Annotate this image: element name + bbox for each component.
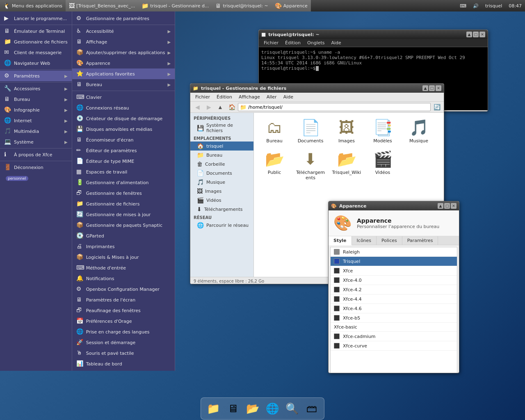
fm-menu-fichier[interactable]: Fichier [192,94,213,100]
fm-refresh-btn[interactable]: 🔄 [431,103,442,112]
menu-infographie[interactable]: 🎨 Infographie ▶ [0,105,72,115]
menu-gest-fichiers[interactable]: 📁 Gestionnaire de fichiers [72,199,175,209]
file-item-musique[interactable]: 🎵Musique [402,117,435,145]
fm-menu-aller[interactable]: Aller [263,94,280,100]
menu-notifications[interactable]: 🔔 Notifications [72,273,175,284]
menu-multimedia[interactable]: 🎵 Multimédia ▶ [0,126,72,137]
dock-terminal[interactable]: 🖥 [224,399,242,418]
menu-imprimantes[interactable]: 🖨 Imprimantes [72,241,175,252]
terminal-minimize-btn[interactable]: ▲ [466,32,472,37]
menu-editeur-param[interactable]: ✏ Éditeur de paramètres [72,145,175,156]
sidebar-corbeille[interactable]: 🗑 Corbeille [190,160,253,169]
terminal-menu-fichier[interactable]: Fichier [260,39,282,46]
sidebar-systeme-fichiers[interactable]: 💾 Système de fichiers [190,121,253,135]
terminal-maximize-btn[interactable]: □ [473,32,479,37]
sidebar-telechargements[interactable]: ⬇ Téléchargements [190,205,253,214]
menu-terminal[interactable]: 🖥 Émulateur de Terminal [0,26,72,37]
file-item-images[interactable]: 🖼Images [330,117,363,145]
theme-item-xfce[interactable]: Xfce [331,266,457,276]
menu-internet[interactable]: 🌐 Internet ▶ [0,115,72,126]
menu-bureau-settings[interactable]: 🖥 Bureau ▶ [72,79,175,90]
menu-tableau-bord[interactable]: 📊 Tableau de bord [72,358,175,369]
file-item-trisquel_wiki[interactable]: 📂Trisquel_Wiki [330,148,363,182]
theme-item-xfce-cadmium[interactable]: Xfce-cadmium [331,332,457,341]
filemanager-minimize-btn[interactable]: ▲ [422,85,428,91]
file-item-vidéos[interactable]: 🎬Vidéos [366,148,399,182]
fm-home-btn[interactable]: 🏠 [226,103,237,112]
file-item-téléchargements[interactable]: ⬇Téléchargements [294,148,327,182]
theme-item-xfce-4-6[interactable]: Xfce-4.6 [331,304,457,313]
menu-peaufinage[interactable]: 🗗 Peaufinage des fenêtres [72,305,175,316]
menu-gest-fenetres[interactable]: 🗗 Gestionnaire de fenêtres [72,188,175,199]
menu-clavier[interactable]: ⌨ Clavier [72,92,175,103]
taskbar-item-2[interactable]: 🖥 trisquel@trisquel: ~ [212,0,271,11]
menu-about[interactable]: ℹ À propos de Xfce [0,149,72,160]
fm-menu-edition[interactable]: Édition [213,94,235,100]
menu-gest-mises-a-jour[interactable]: 🔄 Gestionnaire de mises à jour [72,209,175,220]
theme-item-xfce-basic[interactable]: Xfce-basic [331,323,457,332]
menu-logiciels[interactable]: 📦 Logiciels & Mises à jour [72,252,175,262]
dock-archive[interactable]: 🗃 [303,399,321,418]
menu-souris[interactable]: 🖱 Souris et pavé tactile [72,348,175,358]
dock-filemanager[interactable]: 📁 [204,399,222,418]
appearance-minimize-btn[interactable]: ▲ [438,203,443,209]
menu-ajouter-supprimer[interactable]: 📦 Ajouter/supprimer des applications ▶ [72,47,175,58]
theme-item-xfce-4-0[interactable]: Xfce-4.0 [331,276,457,285]
filemanager-close-btn[interactable]: ✕ [436,85,441,91]
file-item-modèles[interactable]: 📑Modèles [366,117,399,145]
menu-deconnexion[interactable]: 🚪 Déconnexion [0,162,72,173]
tab-polices[interactable]: Polices [377,236,402,245]
terminal-menu-aide[interactable]: Aide [328,39,345,46]
menu-synaptic[interactable]: 📦 Gestionnaire de paquets Synaptic [72,220,175,231]
menu-openbox[interactable]: ⚙ Openbox Configuration Manager [72,284,175,294]
tab-icones[interactable]: Icônes [352,236,377,245]
menu-filemanager[interactable]: 📁 Gestionnaire de fichiers [0,37,72,47]
terminal-close-btn[interactable]: ✕ [479,32,485,37]
menu-accessoires[interactable]: 🔧 Accessoires ▶ [0,83,72,94]
appearance-maximize-btn[interactable]: □ [444,203,450,209]
theme-item-xfce-b5[interactable]: Xfce-b5 [331,313,457,323]
tab-parametres[interactable]: Paramètres [402,236,438,245]
sidebar-trisquel[interactable]: 🏠 trisquel [190,142,253,151]
appearance-close-btn[interactable]: ✕ [451,203,457,209]
fm-menu-affichage[interactable]: Affichage [235,94,263,100]
theme-list[interactable]: RaleighTrisquelXfceXfce-4.0Xfce-4.2Xfce-… [330,247,457,373]
menu-createur-disque[interactable]: 💿 Créateur de disque de démarrage [72,113,175,124]
menu-espaces-travail[interactable]: ▦ Espaces de travail [72,167,175,177]
menu-prefs-orage[interactable]: 📅 Préférences d'Orage [72,316,175,326]
terminal-menu-onglets[interactable]: Onglets [304,39,328,46]
menu-methode-entree[interactable]: ⌨ Méthode d'entrée [72,262,175,273]
theme-item-raleigh[interactable]: Raleigh [331,247,457,257]
menu-accessibilite[interactable]: ♿ Accessibilité ▶ [72,26,175,37]
file-item-public[interactable]: 📂Public [258,148,291,182]
sidebar-bureau[interactable]: 📁 Bureau [190,151,253,160]
menu-parametres[interactable]: ⚙ Paramètres ▶ [0,71,72,81]
terminal-titlebar[interactable]: ■ trisquel@trisquel: ~ ▲ □ ✕ [259,30,488,39]
sidebar-documents[interactable]: 📄 Documents [190,169,253,178]
menu-economiseur[interactable]: 🖥 Économiseur d'écran [72,135,175,145]
theme-item-xfce-4-4[interactable]: Xfce-4.4 [331,294,457,304]
menu-disques-amovibles[interactable]: 💾 Disques amovibles et médias [72,124,175,135]
menu-gestionnaire-parametres[interactable]: ⚙ Gestionnaire de paramètres [72,13,175,24]
appearance-titlebar[interactable]: 🎨 Apparence ▲ □ ✕ [329,201,459,210]
menu-lancer[interactable]: ▶ Lancer le programme... [0,13,72,24]
menu-bureau-cat[interactable]: 🖥 Bureau ▶ [0,94,72,105]
file-item-documents[interactable]: 📄Documents [294,117,327,145]
filemanager-maximize-btn[interactable]: □ [429,85,435,91]
fm-menu-aide[interactable]: Aide [280,94,297,100]
volume-icon-btn[interactable]: 🔊 [470,0,482,11]
sidebar-reseau[interactable]: 🌐 Parcourir le réseau [190,221,253,230]
theme-item-trisquel[interactable]: Trisquel [331,257,457,266]
menu-apparence[interactable]: 🎨 Apparence ▶ [72,58,175,68]
keyboard-icon-btn[interactable]: ⌨ [457,0,470,11]
taskbar-item-1[interactable]: 📁 trisquel - Gestionnaire d... [138,0,212,11]
dock-files2[interactable]: 📂 [244,399,262,418]
sidebar-images[interactable]: 🖼 Images [190,187,253,196]
menu-gparted[interactable]: 💽 GParted [72,231,175,241]
menu-langues[interactable]: 🌐 Prise en charge des langues [72,326,175,337]
fm-address-bar[interactable]: 📁 /home/trisquel/ [238,103,431,111]
terminal-menu-edition[interactable]: Édition [282,39,304,46]
app-menu-button[interactable]: 🐧 Menu des applications [0,0,66,11]
fm-up-btn[interactable]: ▲ [215,103,226,112]
dock-search[interactable]: 🔍 [283,399,301,418]
